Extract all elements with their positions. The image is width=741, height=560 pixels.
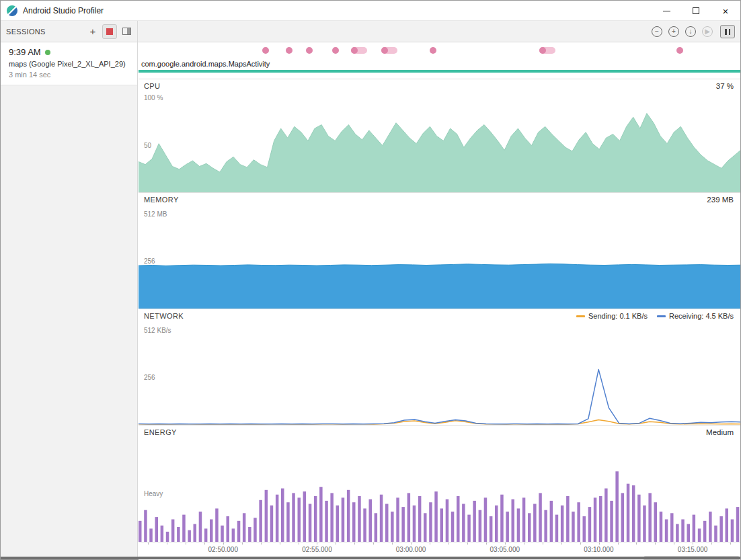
time-tick bbox=[486, 543, 487, 545]
time-label: 03:10.000 bbox=[584, 546, 614, 553]
time-tick bbox=[543, 543, 543, 545]
time-tick bbox=[299, 543, 299, 545]
activity-lifecycle-bar[interactable] bbox=[139, 70, 740, 73]
plus-icon: + bbox=[90, 26, 96, 36]
time-tick bbox=[524, 543, 524, 545]
time-tick bbox=[336, 543, 336, 545]
pause-icon bbox=[725, 29, 727, 35]
go-live-button[interactable]: ▶ bbox=[702, 26, 713, 37]
maximize-button[interactable] bbox=[681, 1, 711, 21]
zoom-out-icon: − bbox=[655, 28, 659, 35]
event-marker-pill[interactable] bbox=[539, 47, 555, 54]
event-marker-dot[interactable] bbox=[262, 47, 269, 54]
session-duration: 3 min 14 sec bbox=[9, 71, 130, 79]
network-chart-panel[interactable]: NETWORK Sending: 0.1 KB/s Receiving: 4.5… bbox=[139, 309, 740, 425]
maximize-icon bbox=[693, 7, 699, 14]
zoom-in-button[interactable]: + bbox=[668, 26, 679, 37]
time-tick bbox=[693, 543, 693, 545]
profiler-window: Android Studio Profiler × SESSIONS + − +… bbox=[0, 0, 741, 560]
pause-button[interactable] bbox=[720, 25, 735, 38]
network-ytick-512: 512 KB/s bbox=[144, 327, 171, 334]
time-tick bbox=[392, 543, 393, 545]
memory-title: MEMORY bbox=[144, 196, 179, 204]
time-tick bbox=[599, 543, 600, 545]
time-tick bbox=[223, 543, 224, 545]
event-dot-icon bbox=[351, 47, 358, 54]
event-marker-pill[interactable] bbox=[351, 47, 367, 54]
zoom-in-icon: + bbox=[672, 28, 676, 35]
time-tick bbox=[618, 543, 619, 545]
network-legend: Sending: 0.1 KB/s Receiving: 4.5 KB/s bbox=[576, 312, 734, 320]
minimize-icon bbox=[663, 11, 670, 11]
cpu-chart-panel[interactable]: CPU 37 % 100 % 50 bbox=[139, 79, 740, 192]
time-label: 02:55.000 bbox=[302, 546, 332, 553]
event-marker-pill[interactable] bbox=[381, 47, 397, 54]
split-pane-icon bbox=[122, 28, 131, 35]
event-marker-dot[interactable] bbox=[676, 47, 683, 54]
window-bottom-edge bbox=[1, 557, 740, 559]
time-tick bbox=[505, 543, 506, 545]
event-marker-dot[interactable] bbox=[286, 47, 292, 54]
energy-chart[interactable] bbox=[139, 426, 740, 542]
live-session-dot-icon bbox=[45, 50, 50, 55]
reset-zoom-icon: ↓ bbox=[689, 28, 693, 35]
sending-legend-label: Sending: 0.1 KB/s bbox=[588, 312, 648, 320]
cpu-ytick-50: 50 bbox=[144, 142, 151, 149]
pause-icon bbox=[729, 29, 731, 35]
cpu-ytick-100: 100 % bbox=[144, 94, 163, 102]
main-toolbar: − + ↓ ▶ bbox=[652, 21, 735, 42]
time-tick bbox=[242, 543, 243, 545]
energy-chart-panel[interactable]: ENERGY Medium Heavy bbox=[139, 425, 740, 542]
stop-session-button[interactable] bbox=[102, 24, 117, 39]
time-tick bbox=[373, 543, 374, 545]
cpu-chart[interactable] bbox=[139, 79, 740, 192]
window-controls: × bbox=[652, 1, 740, 21]
session-item[interactable]: 9:39 AM maps (Google Pixel_2_XL_API_29) … bbox=[1, 42, 137, 85]
memory-ytick-512: 512 MB bbox=[144, 210, 167, 218]
cpu-current-value: 37 % bbox=[716, 82, 734, 90]
activity-label: com.google.android.maps.MapsActivity bbox=[141, 60, 270, 68]
session-time: 9:39 AM bbox=[9, 47, 41, 57]
android-profiler-icon bbox=[7, 5, 17, 16]
time-tick bbox=[730, 543, 731, 545]
activity-row: com.google.android.maps.MapsActivity bbox=[139, 58, 740, 73]
go-live-icon: ▶ bbox=[705, 28, 710, 35]
sessions-layout-button[interactable] bbox=[119, 24, 134, 39]
event-dot-icon bbox=[381, 47, 388, 54]
network-chart[interactable] bbox=[139, 309, 740, 425]
time-tick bbox=[317, 543, 317, 545]
event-marker-dot[interactable] bbox=[332, 47, 339, 54]
time-tick bbox=[711, 543, 712, 545]
session-name: maps (Google Pixel_2_XL_API_29) bbox=[9, 60, 130, 68]
event-marker-dot[interactable] bbox=[430, 47, 436, 54]
close-button[interactable]: × bbox=[711, 1, 740, 21]
receiving-swatch-icon bbox=[657, 315, 666, 317]
sessions-title: SESSIONS bbox=[6, 28, 46, 36]
time-tick bbox=[448, 543, 449, 545]
receiving-legend-label: Receiving: 4.5 KB/s bbox=[669, 312, 734, 320]
event-marker-dot[interactable] bbox=[306, 47, 313, 54]
time-tick bbox=[186, 543, 186, 545]
event-dot-icon bbox=[539, 47, 546, 54]
sessions-panel: 9:39 AM maps (Google Pixel_2_XL_API_29) … bbox=[1, 42, 138, 559]
time-axis: 02:50.00002:55.00003:00.00003:05.00003:1… bbox=[139, 542, 740, 556]
time-label: 03:00.000 bbox=[396, 546, 426, 553]
memory-chart-panel[interactable]: MEMORY 239 MB 512 MB 256 bbox=[139, 192, 740, 309]
profiler-main: com.google.android.maps.MapsActivity CPU… bbox=[139, 42, 740, 559]
time-tick bbox=[674, 543, 674, 545]
time-label: 03:05.000 bbox=[490, 546, 520, 553]
minimize-button[interactable] bbox=[652, 1, 681, 21]
cpu-title: CPU bbox=[144, 82, 160, 90]
add-session-button[interactable]: + bbox=[85, 24, 100, 39]
title-bar: Android Studio Profiler × bbox=[1, 1, 740, 21]
close-icon: × bbox=[723, 6, 729, 16]
memory-ytick-256: 256 bbox=[144, 257, 155, 265]
memory-chart[interactable] bbox=[139, 193, 740, 309]
memory-current-value: 239 MB bbox=[707, 196, 734, 204]
time-tick bbox=[167, 543, 167, 545]
time-label: 02:50.000 bbox=[208, 546, 238, 553]
time-tick bbox=[411, 543, 412, 545]
reset-zoom-button[interactable]: ↓ bbox=[685, 26, 696, 37]
sessions-header: SESSIONS + bbox=[1, 21, 138, 42]
zoom-out-button[interactable]: − bbox=[652, 26, 662, 37]
